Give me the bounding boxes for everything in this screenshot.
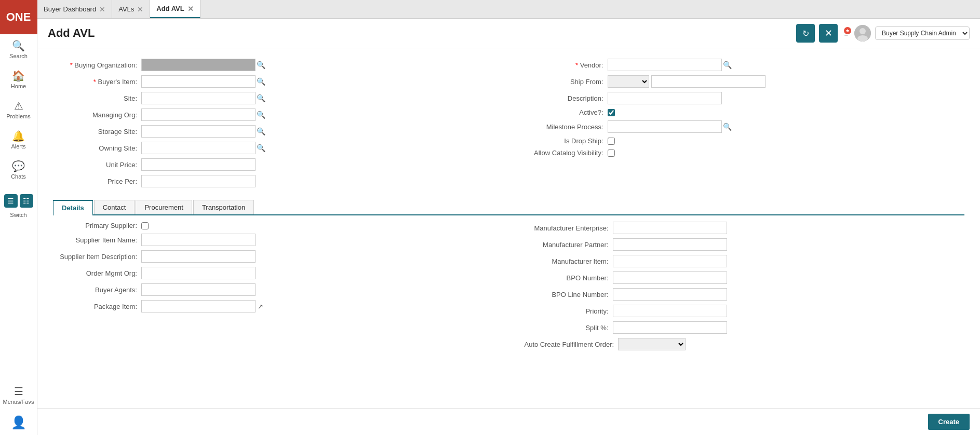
manufacturer-enterprise-row: Manufacturer Enterprise: [525,222,965,234]
tab-details[interactable]: Details [53,200,93,215]
bpo-number-input[interactable] [613,271,727,284]
top-form-grid: * Buying Organization: 🔍 * Buyer's Item:… [53,59,964,192]
active-label: Active?: [519,108,608,116]
menu-button[interactable]: ≡★ [842,26,850,41]
sidebar-item-profile[interactable]: 👤 [0,410,37,435]
buyers-item-search-btn[interactable]: 🔍 [256,76,266,87]
sidebar-item-problems[interactable]: ⚠ Problems [0,94,37,125]
ship-from-select[interactable] [608,75,649,88]
tab-add-avl[interactable]: Add AVL ✕ [150,0,200,18]
bpo-number-row: BPO Number: [525,271,965,284]
milestone-input[interactable] [608,120,722,133]
storage-site-search-btn[interactable]: 🔍 [256,126,266,137]
ship-from-input[interactable] [651,75,766,88]
details-left: Primary Supplier: Supplier Item Name: Su… [53,222,493,355]
form-footer: Create [37,408,980,435]
is-drop-ship-row: Is Drop Ship: [519,137,965,145]
page-header: Add AVL ↻ ✕ ≡★ Buyer Supply Chain Admin [37,19,980,48]
allow-catalog-checkbox[interactable] [608,149,615,157]
buyer-agents-label: Buyer Agents: [53,286,141,294]
auto-create-select[interactable] [618,338,686,350]
vendor-row: * Vendor: 🔍 [519,59,965,71]
buying-org-search-btn[interactable]: 🔍 [256,60,266,70]
package-item-link-icon[interactable]: ↗ [258,303,263,310]
supplier-item-name-input[interactable] [141,234,256,246]
menu-icon: ☰ [14,385,23,398]
details-content: Primary Supplier: Supplier Item Name: Su… [53,222,964,355]
page-title: Add AVL [48,26,95,40]
sidebar-item-chats[interactable]: 💬 Chats [0,155,37,185]
order-mgmt-org-row: Order Mgmt Org: [53,267,493,279]
create-button[interactable]: Create [928,414,970,430]
refresh-button[interactable]: ↻ [796,24,815,43]
manufacturer-item-input[interactable] [613,255,727,267]
managing-org-search-btn[interactable]: 🔍 [256,110,266,120]
order-mgmt-org-input[interactable] [141,267,256,279]
milestone-search-btn[interactable]: 🔍 [722,121,733,132]
tab-transportation[interactable]: Transportation [193,200,254,214]
manufacturer-item-row: Manufacturer Item: [525,255,965,267]
split-pct-input[interactable] [613,321,727,334]
buyer-agents-input[interactable] [141,283,256,296]
order-mgmt-org-label: Order Mgmt Org: [53,269,141,277]
description-input[interactable] [608,92,722,104]
switch-left-btn[interactable]: ☰ [4,194,18,208]
manufacturer-partner-label: Manufacturer Partner: [525,241,613,249]
storage-site-input[interactable] [141,125,256,138]
bpo-line-number-label: BPO Line Number: [525,291,613,298]
site-search-btn[interactable]: 🔍 [256,93,266,103]
section-tabs: Details Contact Procurement Transportati… [53,200,964,215]
primary-supplier-checkbox[interactable] [141,222,149,229]
tab-close-buyer-dashboard[interactable]: ✕ [99,5,105,13]
tab-avls[interactable]: AVLs ✕ [112,0,150,18]
sidebar-item-home[interactable]: 🏠 Home [0,64,37,94]
owning-site-search-btn[interactable]: 🔍 [256,143,266,153]
site-input[interactable] [141,92,256,104]
package-item-row: Package Item: ↗ [53,300,493,312]
sidebar-item-alerts[interactable]: 🔔 Alerts [0,125,37,155]
manufacturer-enterprise-input[interactable] [613,222,727,234]
tab-procurement[interactable]: Procurement [136,200,192,214]
auto-create-label: Auto Create Fulfillment Order: [525,341,619,348]
buyers-item-label: * Buyer's Item: [53,78,141,86]
tab-close-add-avl[interactable]: ✕ [187,5,194,13]
form-card: * Buying Organization: 🔍 * Buyer's Item:… [37,48,980,408]
owning-site-input[interactable] [141,142,256,154]
priority-input[interactable] [613,305,727,317]
active-checkbox[interactable] [608,109,615,116]
site-label: Site: [53,94,141,102]
package-item-input[interactable] [141,300,256,312]
sidebar-item-switch[interactable]: ☰ ☷ Switch [0,185,37,223]
switch-right-btn[interactable]: ☷ [20,194,33,208]
chat-icon: 💬 [12,160,25,172]
bpo-line-number-input[interactable] [613,288,727,301]
is-drop-ship-checkbox[interactable] [608,138,615,145]
sidebar-item-search[interactable]: 🔍 Search [0,34,37,64]
app-logo[interactable]: ONE [0,0,37,34]
is-drop-ship-label: Is Drop Ship: [519,137,608,145]
primary-supplier-label: Primary Supplier: [53,222,141,229]
tab-contact[interactable]: Contact [94,200,135,214]
manufacturer-partner-input[interactable] [613,238,727,251]
tab-close-avls[interactable]: ✕ [137,5,143,13]
vendor-input[interactable] [608,59,722,71]
buyers-item-input[interactable] [141,75,256,88]
cancel-button[interactable]: ✕ [819,24,838,43]
manufacturer-item-label: Manufacturer Item: [525,257,613,265]
unit-price-input[interactable] [141,158,256,171]
managing-org-input[interactable] [141,108,256,121]
tab-buyer-dashboard[interactable]: Buyer Dashboard ✕ [37,0,112,18]
supplier-item-desc-label: Supplier Item Description: [53,253,141,261]
user-role-select[interactable]: Buyer Supply Chain Admin [875,26,970,40]
auto-create-row: Auto Create Fulfillment Order: [525,338,965,350]
search-icon: 🔍 [12,39,25,52]
allow-catalog-label: Allow Catalog Visibility: [519,149,608,157]
vendor-search-btn[interactable]: 🔍 [722,60,733,70]
supplier-item-desc-input[interactable] [141,250,256,263]
supplier-item-desc-row: Supplier Item Description: [53,250,493,263]
sidebar-item-menus[interactable]: ☰ Menus/Favs [0,380,37,410]
profile-icon: 👤 [11,415,26,430]
warning-icon: ⚠ [14,100,23,112]
price-per-input[interactable] [141,175,256,187]
buying-org-input[interactable] [141,59,256,71]
